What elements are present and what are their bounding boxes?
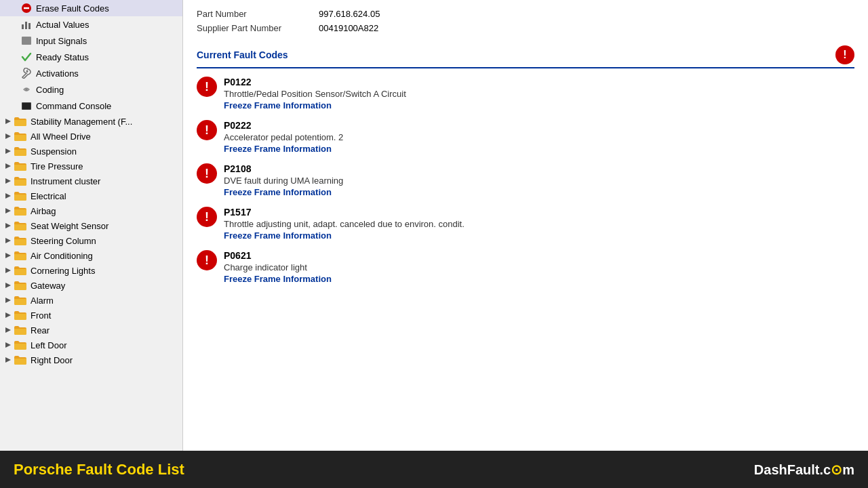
folder-label: Tire Pressure [31,161,83,171]
folder-icon [14,310,27,321]
svg-marker-25 [5,342,11,348]
freeze-frame-link[interactable]: Freeze Frame Information [224,187,332,197]
sidebar-item-left-door[interactable]: Left Door [0,338,182,352]
section-title-text: Current Fault Codes [197,49,288,60]
sidebar-item-instrument-cluster[interactable]: Instrument cluster [0,174,182,188]
folder-label: Cornering Lights [31,266,95,276]
part-info: Part Number 997.618.624.05 Supplier Part… [197,7,854,35]
sidebar-item-coding[interactable]: Coding [0,81,182,98]
svg-marker-15 [5,193,11,199]
svg-rect-5 [22,37,31,45]
sidebar-item-seat-weight-sensor[interactable]: Seat Weight Sensor [0,218,182,233]
sidebar-item-electrical[interactable]: Electrical [0,188,182,203]
sidebar-item-command-console[interactable]: Command Console [0,98,182,114]
folder-icon [14,295,27,306]
sidebar-item-label: Activations [36,68,79,79]
sidebar-item-actual-values[interactable]: Actual Values [0,16,182,33]
freeze-frame-link[interactable]: Freeze Frame Information [224,274,332,284]
expand-icon [3,235,14,246]
folder-label: Stability Management (F... [31,117,132,127]
chart-icon [20,18,33,30]
sidebar-item-alarm[interactable]: Alarm [0,293,182,308]
sidebar-item-steering-column[interactable]: Steering Column [0,233,182,248]
sidebar-item-suspension[interactable]: Suspension [0,144,182,159]
svg-marker-19 [5,253,11,258]
expand-icon [3,131,14,142]
expand-icon [3,116,14,127]
svg-marker-24 [5,327,11,333]
folder-label: Airbag [31,206,56,216]
sidebar-item-gateway[interactable]: Gateway [0,278,182,293]
sidebar-item-erase-fault-codes[interactable]: Erase Fault Codes [0,0,182,16]
folder-label: Air Conditioning [31,251,93,261]
circle-red-icon [20,2,33,14]
svg-marker-16 [5,208,11,214]
sidebar-item-activations[interactable]: Activations [0,65,182,81]
fault-description: Throttle adjusting unit, adapt. canceled… [224,219,465,229]
folder-icon [14,116,27,127]
fault-item-p0222: ! P0222 Accelerator pedal potentiom. 2 F… [197,120,854,154]
expand-icon [3,205,14,216]
svg-rect-2 [22,24,24,29]
sidebar-item-right-door[interactable]: Right Door [0,352,182,367]
folder-label: Front [31,310,51,321]
folder-icon [14,280,27,291]
footer-title: Porsche Fault Code List [14,461,184,479]
folder-icon [14,220,27,231]
folder-label: Right Door [31,355,73,365]
svg-marker-12 [5,148,11,154]
fault-description: Throttle/Pedal Position Sensor/Switch A … [224,89,406,99]
footer: Porsche Fault Code List DashFault.c⊙m [0,451,868,488]
part-number-value: 997.618.624.05 [319,7,393,21]
svg-rect-4 [28,23,31,29]
expand-icon [3,250,14,261]
sidebar-item-label: Ready Status [36,52,89,62]
fault-item-p1517: ! P1517 Throttle adjusting unit, adapt. … [197,207,854,241]
sidebar-item-ready-status[interactable]: Ready Status [0,49,182,65]
folder-icon [14,265,27,276]
fault-item-p0122: ! P0122 Throttle/Pedal Position Sensor/S… [197,77,854,110]
fault-item-p0621: ! P0621 Charge indicator light Freeze Fr… [197,250,854,284]
check-icon [20,51,33,63]
sidebar-item-air-conditioning[interactable]: Air Conditioning [0,248,182,263]
freeze-frame-link[interactable]: Freeze Frame Information [224,230,332,241]
fault-error-icon: ! [197,250,217,270]
supplier-part-number-label: Supplier Part Number [197,21,319,35]
sidebar-item-airbag[interactable]: Airbag [0,203,182,218]
sidebar-item-label: Input Signals [36,36,87,46]
folder-label: Rear [31,325,50,336]
expand-icon [3,265,14,276]
main-content: Part Number 997.618.624.05 Supplier Part… [183,0,868,451]
freeze-frame-link[interactable]: Freeze Frame Information [224,144,332,154]
fault-content: P0621 Charge indicator light Freeze Fram… [224,250,332,284]
folder-label: Instrument cluster [31,176,100,186]
svg-marker-23 [5,312,11,318]
svg-marker-18 [5,238,11,243]
wrench-icon [20,67,33,79]
svg-point-7 [25,88,28,91]
fault-code: P2108 [224,163,343,174]
folder-icon [14,325,27,336]
svg-marker-14 [5,178,11,184]
sidebar-item-cornering-lights[interactable]: Cornering Lights [0,263,182,278]
freeze-frame-link[interactable]: Freeze Frame Information [224,100,332,110]
fault-code: P0222 [224,120,343,131]
sidebar-item-front[interactable]: Front [0,308,182,323]
coding-icon [20,83,33,96]
sidebar-item-all-wheel-drive[interactable]: All Wheel Drive [0,129,182,144]
sidebar-item-input-signals[interactable]: Input Signals [0,33,182,49]
folder-icon [14,131,27,142]
sidebar-item-tire-pressure[interactable]: Tire Pressure [0,159,182,174]
fault-description: Accelerator pedal potentiom. 2 [224,132,343,142]
sidebar-item-label: Coding [36,85,64,95]
fault-code: P0122 [224,77,406,87]
svg-marker-11 [5,134,11,139]
svg-marker-13 [5,163,11,169]
section-error-icon: ! [835,45,854,64]
sidebar-item-stability-management[interactable]: Stability Management (F... [0,114,182,129]
svg-marker-21 [5,283,11,288]
sidebar-item-rear[interactable]: Rear [0,323,182,338]
footer-brand: DashFault.c⊙m [754,462,854,478]
folder-label: Steering Column [31,236,96,246]
fault-error-icon: ! [197,120,217,140]
